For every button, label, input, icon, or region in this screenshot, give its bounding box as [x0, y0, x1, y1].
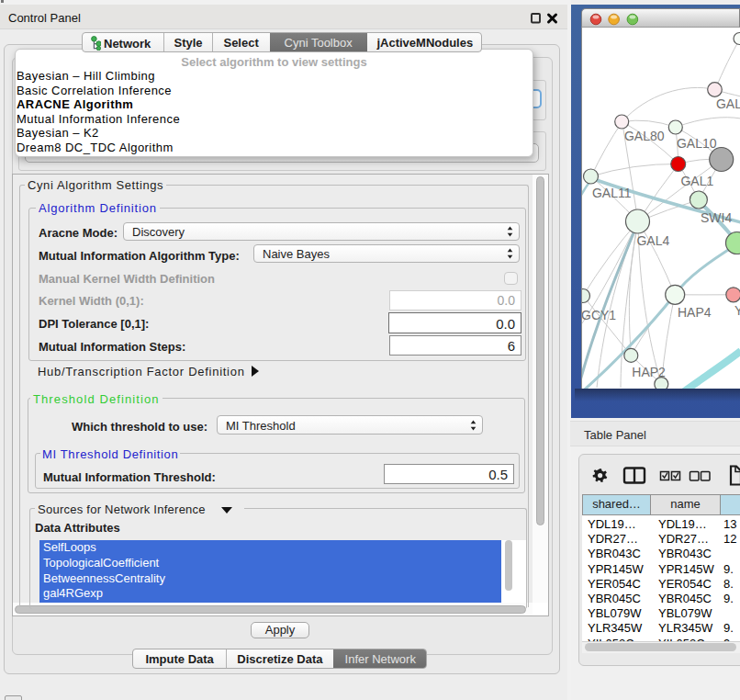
- svg-text:GAL11: GAL11: [592, 186, 632, 200]
- svg-text:HAP2: HAP2: [632, 365, 666, 379]
- svg-text:SWI4: SWI4: [701, 210, 732, 225]
- svg-text:GAL1: GAL1: [680, 174, 713, 188]
- svg-text:GAL4: GAL4: [637, 233, 670, 248]
- svg-text:GAL7: GAL7: [716, 96, 740, 111]
- svg-text:YJ: YJ: [734, 303, 740, 318]
- svg-text:GCY1: GCY1: [581, 308, 616, 322]
- svg-text:GAL80: GAL80: [624, 129, 665, 143]
- svg-text:GAL10: GAL10: [677, 136, 717, 151]
- svg-text:HAP4: HAP4: [678, 305, 712, 320]
